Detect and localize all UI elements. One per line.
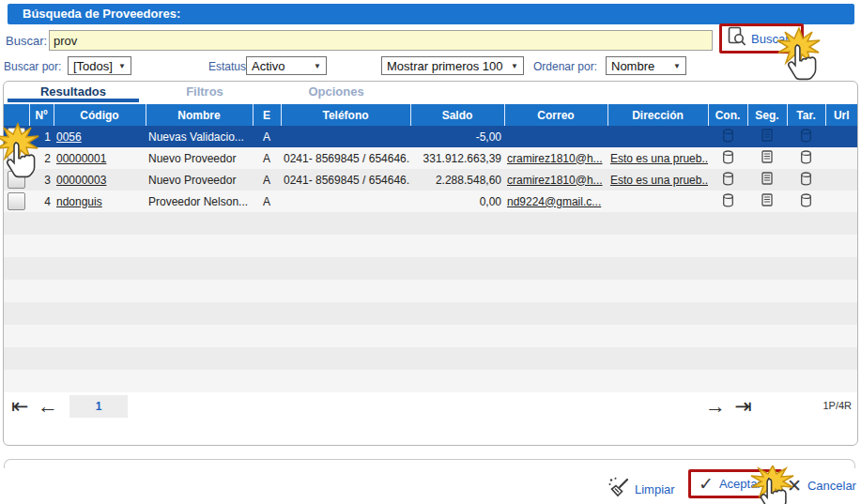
- codigo-link[interactable]: ndonguis: [56, 195, 102, 208]
- correo-link[interactable]: cramirez1810@h...: [507, 174, 603, 187]
- codigo-link[interactable]: 00000003: [56, 174, 106, 187]
- estatus-select[interactable]: Activo▼: [246, 56, 327, 75]
- tab-resultados[interactable]: Resultados: [8, 83, 139, 102]
- seguimiento-document-icon[interactable]: [761, 150, 773, 166]
- row-select-checkbox[interactable]: [8, 171, 25, 189]
- pagination-bar: ⇤ ← 1 → ⇥ 1P/4R: [4, 394, 857, 420]
- estatus-label: Estatus:: [208, 60, 249, 73]
- col-tar[interactable]: Tar.: [787, 104, 825, 126]
- chevron-down-icon: ▼: [511, 62, 518, 70]
- footer-divider: [4, 459, 855, 468]
- col-seg[interactable]: Seg.: [747, 104, 787, 126]
- seguimiento-document-icon[interactable]: [761, 193, 773, 209]
- header-row: Nº Código Nombre E Teléfono Saldo Correo…: [4, 104, 857, 126]
- seguimiento-document-icon[interactable]: [761, 129, 773, 145]
- limpiar-button[interactable]: Limpiar: [608, 477, 675, 501]
- first-page-button[interactable]: ⇤: [11, 394, 28, 419]
- results-panel: Resultados Filtros Opciones Nº Código No…: [3, 81, 858, 446]
- direccion-link[interactable]: Esto es una prueb...: [610, 152, 708, 165]
- prev-page-button[interactable]: ←: [38, 394, 58, 419]
- row-select-checkbox[interactable]: [8, 128, 25, 145]
- proveedores-search-dialog: Búsqueda de Proveedores: Buscar: Buscar …: [0, 0, 861, 504]
- broom-icon: [608, 477, 629, 501]
- col-direccion[interactable]: Dirección: [607, 104, 708, 126]
- correo-link[interactable]: cramirez1810@h...: [507, 152, 603, 165]
- aceptar-button[interactable]: Aceptar: [719, 477, 761, 491]
- contactos-database-icon[interactable]: [722, 193, 734, 210]
- contactos-database-icon[interactable]: [722, 150, 734, 167]
- cancelar-button[interactable]: ✕ Cancelar: [787, 477, 856, 495]
- tarifas-database-icon[interactable]: [800, 129, 812, 145]
- results-table: Nº Código Nombre E Teléfono Saldo Correo…: [4, 104, 857, 212]
- ordenar-por-select[interactable]: Nombre▼: [606, 56, 686, 75]
- buscar-button[interactable]: Buscar: [751, 32, 789, 46]
- table-row[interactable]: 3 00000003 Nuevo Proveedor A 0241- 85698…: [4, 169, 857, 191]
- chevron-down-icon: ▼: [118, 62, 126, 70]
- col-saldo[interactable]: Saldo: [410, 104, 504, 126]
- dialog-title: Búsqueda de Proveedores:: [8, 4, 854, 24]
- codigo-link[interactable]: 00000001: [56, 152, 106, 165]
- page-number[interactable]: 1: [69, 395, 128, 418]
- col-codigo[interactable]: Código: [54, 104, 146, 126]
- col-numero[interactable]: Nº: [29, 104, 54, 126]
- table-row[interactable]: 4 ndonguis Proveedor Nelson... A 0,00 nd…: [4, 191, 857, 212]
- tarifas-database-icon[interactable]: [800, 193, 812, 210]
- row-select-checkbox[interactable]: [8, 192, 25, 210]
- buscar-por-select[interactable]: [Todos]▼: [68, 56, 131, 75]
- row-select-checkbox[interactable]: [8, 149, 25, 167]
- checkmark-icon: ✓: [699, 475, 714, 493]
- buscar-label: Buscar:: [6, 34, 47, 48]
- tab-bar: Resultados Filtros Opciones: [8, 83, 402, 102]
- buscar-button-highlight: Buscar: [719, 23, 804, 53]
- contactos-database-icon[interactable]: [722, 172, 734, 189]
- tab-filtros[interactable]: Filtros: [139, 83, 270, 102]
- tarifas-database-icon[interactable]: [800, 150, 812, 167]
- tab-opciones[interactable]: Opciones: [270, 83, 402, 102]
- buscar-por-label: Buscar por:: [4, 60, 61, 73]
- ordenar-por-label: Ordenar por:: [533, 60, 597, 73]
- col-con[interactable]: Con.: [708, 104, 747, 126]
- correo-link[interactable]: nd9224@gmail.c...: [507, 195, 601, 208]
- aceptar-button-highlight: ✓ Aceptar: [688, 469, 782, 498]
- table-row[interactable]: 1 0056 Nuevas Validacio... A -5,00: [4, 126, 857, 147]
- chevron-down-icon: ▼: [673, 62, 681, 70]
- seguimiento-document-icon[interactable]: [761, 172, 773, 188]
- last-page-button[interactable]: ⇥: [735, 394, 752, 419]
- chevron-down-icon: ▼: [314, 62, 321, 70]
- empty-rows-area: [4, 212, 857, 392]
- search-input[interactable]: [49, 30, 713, 51]
- col-url[interactable]: Url: [825, 104, 857, 126]
- col-nombre[interactable]: Nombre: [146, 104, 253, 126]
- page-record-info: 1P/4R: [823, 400, 852, 411]
- contactos-database-icon[interactable]: [722, 129, 734, 145]
- codigo-link[interactable]: 0056: [56, 130, 82, 144]
- col-telefono[interactable]: Teléfono: [281, 104, 410, 126]
- search-magnifier-icon: [728, 26, 746, 51]
- mostrar-primeros-select[interactable]: Mostrar primeros 100▼: [381, 56, 524, 75]
- col-estatus[interactable]: E: [253, 104, 281, 126]
- col-correo[interactable]: Correo: [504, 104, 607, 126]
- tarifas-database-icon[interactable]: [800, 172, 812, 189]
- table-row[interactable]: 2 00000001 Nuevo Proveedor A 0241- 85698…: [4, 147, 857, 169]
- direccion-link[interactable]: Esto es una prueb...: [610, 174, 708, 187]
- next-page-button[interactable]: →: [705, 394, 726, 419]
- x-icon: ✕: [787, 477, 802, 495]
- col-select: [4, 104, 29, 126]
